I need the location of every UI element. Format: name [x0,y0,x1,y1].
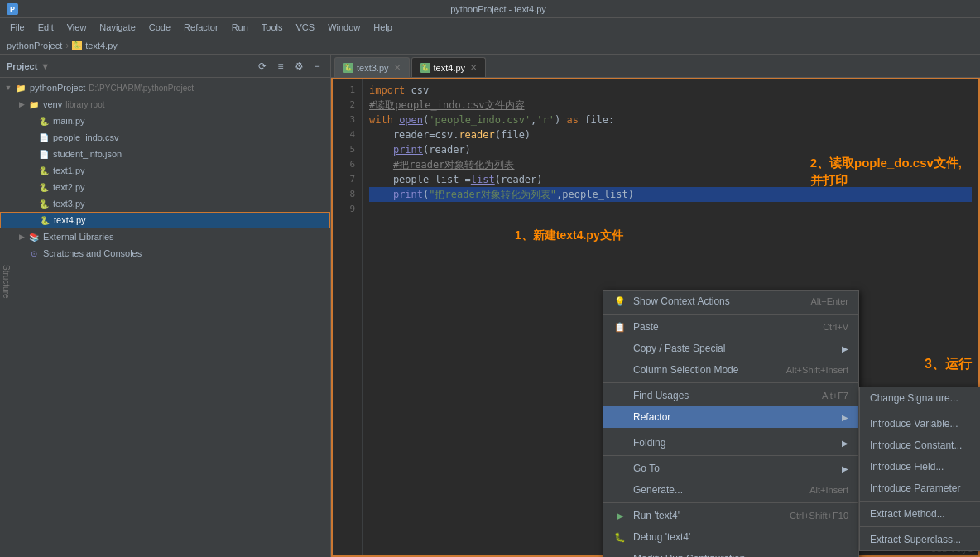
tab-text3-label: text3.py [357,63,389,73]
menu-refactor[interactable]: Refactor [177,21,225,34]
tree-root[interactable]: ▼ 📁 pythonProject D:\PYCHARM\pythonProje… [0,79,330,96]
menu-edit[interactable]: Edit [31,21,60,34]
ctx-show-context-actions[interactable]: 💡 Show Context Actions Alt+Enter [603,291,858,312]
people-csv-icon: 📄 [38,132,50,143]
collapse-all-button[interactable]: ≡ [274,60,287,73]
code-line-1: import csv [369,83,972,98]
submenu-introduce-constant[interactable]: Introduce Constant... [860,435,980,456]
sync-button[interactable]: ⟳ [256,60,269,73]
tab-text4-icon: 🐍 [420,63,430,73]
menu-help[interactable]: Help [367,21,399,34]
ctx-show-context-actions-label: Show Context Actions [633,295,810,307]
ctx-refactor[interactable]: Refactor ▶ [603,406,858,428]
submenu-introduce-parameter[interactable]: Introduce Parameter [860,478,980,499]
introduce-parameter-label: Introduce Parameter [870,483,960,494]
tree-student-json[interactable]: ▶ 📄 student_info.json [0,146,330,162]
ctx-paste[interactable]: 📋 Paste Ctrl+V [603,316,858,338]
ctx-refactor-label: Refactor [633,411,838,423]
submenu-change-signature[interactable]: Change Signature... [860,387,980,409]
scratches-icon: ⊙ [28,247,40,259]
text2-label: text2.py [53,182,85,192]
submenu-sep-1 [860,411,980,411]
generate-icon [613,483,627,497]
tab-text3-icon: 🐍 [343,63,353,73]
ctx-goto[interactable]: Go To ▶ [603,458,858,479]
root-path: D:\PYCHARM\pythonProject [89,84,194,93]
tab-text4-close[interactable]: ✕ [470,63,477,72]
menu-window[interactable]: Window [321,21,367,34]
ctx-generate-label: Generate... [633,484,809,496]
paste-icon: 📋 [613,320,627,334]
text4-label: text4.py [54,215,86,225]
tab-text3-close[interactable]: ✕ [394,63,401,72]
extlibs-icon: 📚 [28,231,40,242]
scratches-label: Scratches and Consoles [43,248,142,258]
ctx-find-usages[interactable]: Find Usages Alt+F7 [603,385,858,406]
ctx-copy-paste-special[interactable]: Copy / Paste Special ▶ [603,338,858,359]
code-line-5: print(reader) [369,142,972,157]
sidebar-header: Project ▼ ⟳ ≡ ⚙ − [0,55,330,78]
tab-text3[interactable]: 🐍 text3.py ✕ [334,57,410,77]
tree-text4-py[interactable]: ▶ 🐍 text4.py [0,212,330,228]
tree-external-libs[interactable]: ▶ 📚 External Libraries [0,228,330,245]
line-numbers: 1 2 3 4 5 6 7 8 9 [333,79,363,555]
tree-scratches[interactable]: ▶ ⊙ Scratches and Consoles [0,245,330,262]
tree-text2-py[interactable]: ▶ 🐍 text2.py [0,179,330,195]
folding-icon [613,436,627,449]
menu-code[interactable]: Code [142,21,177,34]
menu-vcs[interactable]: VCS [290,21,322,34]
ctx-column-selection-label: Column Selection Mode [633,364,786,376]
submenu-extract-superclass[interactable]: Extract Superclass... [860,529,980,550]
ctx-show-context-actions-shortcut: Alt+Enter [810,296,848,306]
ctx-column-selection[interactable]: Column Selection Mode Alt+Shift+Insert [603,359,858,381]
code-line-4: reader=csv.reader(file) [369,127,972,142]
submenu-extract-method[interactable]: Extract Method... [860,503,980,525]
tree-main-py[interactable]: ▶ 🐍 main.py [0,113,330,129]
text1-icon: 🐍 [38,165,50,176]
tab-text4-label: text4.py [434,63,466,73]
ctx-debug[interactable]: 🐛 Debug 'text4' [603,526,858,548]
tree-venv[interactable]: ▶ 📁 venv library root [0,96,330,113]
ctx-run-label: Run 'text4' [633,510,790,521]
tab-text4[interactable]: 🐍 text4.py ✕ [411,57,487,77]
tree-text1-py[interactable]: ▶ 🐍 text1.py [0,162,330,179]
menu-run[interactable]: Run [225,21,255,34]
refactor-arrow: ▶ [842,413,848,422]
code-line-7: people_list =list(reader) [369,172,972,187]
breadcrumb-project[interactable]: pythonProject [7,41,62,50]
minimize-button[interactable]: − [310,60,324,73]
venv-icon: 📁 [28,98,40,110]
ctx-goto-label: Go To [633,463,838,474]
tree-people-csv[interactable]: ▶ 📄 people_indo.csv [0,129,330,146]
breadcrumb-file[interactable]: text4.py [85,41,118,50]
code-line-2: #读取people_indo.csv文件内容 [369,98,972,113]
change-signature-label: Change Signature... [870,392,958,404]
menu-navigate[interactable]: Navigate [93,21,142,34]
folding-arrow: ▶ [842,439,848,448]
tree-text3-py[interactable]: ▶ 🐍 text3.py [0,195,330,212]
menu-file[interactable]: File [3,21,31,34]
breadcrumb: pythonProject › 🐍 text4.py [0,36,980,55]
text3-icon: 🐍 [38,198,50,209]
structure-tab[interactable]: Structure [0,248,12,315]
options-button[interactable]: ⚙ [292,60,305,73]
venv-arrow: ▶ [17,99,26,109]
modify-run-icon [613,552,627,557]
ctx-generate[interactable]: Generate... Alt+Insert [603,479,858,501]
menu-view[interactable]: View [60,21,94,34]
ctx-modify-run[interactable]: Modify Run Configuration... [603,548,858,557]
ctx-run[interactable]: ▶ Run 'text4' Ctrl+Shift+F10 [603,505,858,526]
student-json-label: student_info.json [53,149,122,159]
run-icon: ▶ [613,509,627,522]
introduce-variable-label: Introduce Variable... [870,418,958,430]
menu-tools[interactable]: Tools [255,21,290,34]
text3-label: text3.py [53,199,85,209]
ctx-folding[interactable]: Folding ▶ [603,432,858,454]
submenu-introduce-field[interactable]: Introduce Field... [860,456,980,478]
context-actions-icon: 💡 [613,295,627,308]
submenu-sep-2 [860,501,980,502]
ctx-generate-shortcut: Alt+Insert [809,485,848,495]
root-label: pythonProject [30,83,85,93]
text1-label: text1.py [53,166,85,175]
submenu-introduce-variable[interactable]: Introduce Variable... [860,413,980,435]
